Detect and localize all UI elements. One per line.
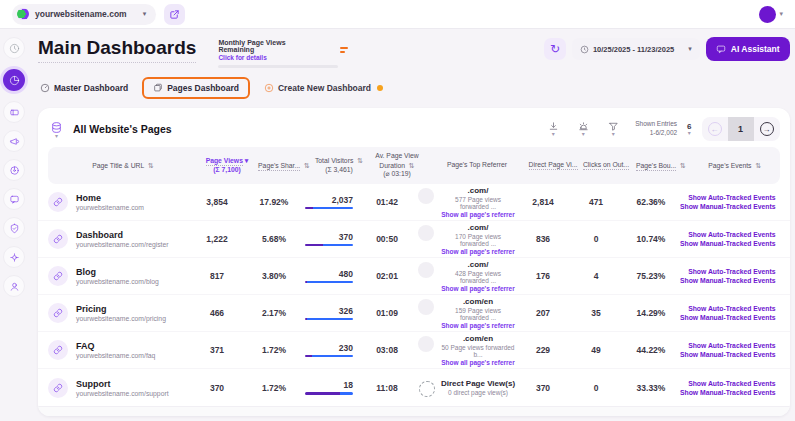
- next-page-button[interactable]: →: [754, 117, 780, 141]
- total-visitors-cell: 2,037: [305, 195, 353, 210]
- direct-views-cell: 229: [516, 345, 570, 355]
- sidebar-item-campaigns[interactable]: [3, 130, 25, 152]
- show-all-referrer-link[interactable]: Show all page's referrer: [440, 322, 516, 329]
- column-total-visitors[interactable]: Total Visitors ⇅(Σ 3,461): [312, 156, 366, 175]
- page-title-cell[interactable]: FAQ: [76, 341, 155, 351]
- visitors-split-bar: [305, 207, 353, 210]
- page-title-cell[interactable]: Home: [76, 193, 144, 203]
- table-row: Home yourwebsitename.com 3,854 17.92% 2,…: [38, 184, 790, 221]
- pages-icon: [153, 83, 163, 93]
- table-row: Dashboard yourwebsitename.com/register 1…: [38, 221, 790, 258]
- sidebar-item-account[interactable]: [3, 275, 25, 297]
- usage-label: Monthly Page Views Remaining: [218, 39, 322, 53]
- usage-details-link[interactable]: Click for details: [218, 54, 322, 61]
- page-title-cell[interactable]: Support: [76, 379, 169, 389]
- refresh-button[interactable]: ↻: [544, 38, 566, 60]
- sidebar-item-privacy[interactable]: [3, 217, 25, 239]
- page-title-cell[interactable]: Pricing: [76, 304, 166, 314]
- show-manual-events-link[interactable]: Show Manual-Tracked Events: [680, 240, 776, 247]
- tab-pages-dashboard[interactable]: Pages Dashboard: [142, 77, 250, 99]
- dashboards-icon: [9, 75, 20, 86]
- show-manual-events-link[interactable]: Show Manual-Tracked Events: [680, 203, 776, 210]
- referrer-favicon: [418, 225, 434, 241]
- chevron-down-icon: ▾: [688, 45, 692, 53]
- outbound-clicks-cell: 49: [570, 345, 622, 355]
- bounce-rate-cell: 62.36%: [622, 197, 680, 207]
- total-visitors-cell: 18: [305, 380, 353, 395]
- column-direct-views[interactable]: Direct Page Vi...: [526, 161, 580, 170]
- link-icon: [48, 378, 68, 398]
- show-all-referrer-link[interactable]: Show all page's referrer: [440, 211, 516, 218]
- top-referrer-cell: .com/ 428 Page views forwarded ... Show …: [418, 260, 516, 292]
- show-all-referrer-link[interactable]: Show all page's referrer: [440, 359, 516, 366]
- column-pages-share[interactable]: Page's Shar... ⇅: [256, 161, 312, 171]
- date-range-picker[interactable]: 10/25/2025 - 11/23/2025 ▾: [572, 38, 700, 60]
- widget-menu[interactable]: ▾: [50, 121, 63, 138]
- tab-create-new-dashboard[interactable]: Create New Dashboard: [264, 83, 383, 93]
- sort-icon: ⇅: [304, 162, 310, 169]
- chat-bubble-icon: [716, 44, 726, 54]
- show-all-referrer-link[interactable]: Show all page's referrer: [440, 248, 516, 255]
- column-page-views[interactable]: Page Views ▾(Σ 7,100): [198, 156, 256, 175]
- link-icon: [48, 192, 68, 212]
- column-avg-duration[interactable]: Av. Page View Duration ⇅(⌀ 03:19): [366, 152, 428, 179]
- share-website-button[interactable]: [164, 4, 185, 25]
- account-menu[interactable]: ▾: [759, 6, 783, 23]
- sidebar-item-tickets[interactable]: [3, 101, 25, 123]
- show-auto-events-link[interactable]: Show Auto-Tracked Events: [688, 342, 775, 349]
- page-title-cell[interactable]: Blog: [76, 267, 159, 277]
- website-selector[interactable]: yourwebsitename.com ▾: [12, 4, 156, 25]
- alerts-button[interactable]: ▾: [571, 121, 595, 137]
- outbound-clicks-cell: 35: [570, 308, 622, 318]
- column-bounce-rate[interactable]: Page's Bou... ⇅: [632, 161, 690, 171]
- page-title-cell[interactable]: Dashboard: [76, 230, 169, 240]
- page-views-cell: 371: [188, 345, 246, 355]
- show-auto-events-link[interactable]: Show Auto-Tracked Events: [688, 194, 775, 201]
- filter-button[interactable]: ▾: [601, 121, 625, 137]
- sidebar-item-settings[interactable]: [3, 246, 25, 268]
- page-events-cell: Show Auto-Tracked Events Show Manual-Tra…: [680, 380, 790, 396]
- page-views-cell: 817: [188, 271, 246, 281]
- previous-page-button[interactable]: ←: [702, 117, 728, 141]
- referrer-favicon: [418, 188, 434, 204]
- shown-entries: Shown Entries 1-6/2,002: [635, 120, 677, 138]
- usage-widget[interactable]: Monthly Page Views Remaining Click for d…: [218, 39, 348, 68]
- show-auto-events-link[interactable]: Show Auto-Tracked Events: [688, 305, 775, 312]
- column-top-referrer[interactable]: Page's Top Referrer: [428, 161, 526, 170]
- page-events-cell: Show Auto-Tracked Events Show Manual-Tra…: [680, 194, 790, 210]
- show-manual-events-link[interactable]: Show Manual-Tracked Events: [680, 277, 776, 284]
- website-favicon: [17, 8, 29, 20]
- sidebar-item-behavior[interactable]: [3, 159, 25, 181]
- usage-indicator-icon: [340, 47, 348, 53]
- show-all-referrer-link[interactable]: Show all page's referrer: [440, 285, 516, 292]
- top-referrer-cell: .com/en 159 Page views forwarded ... Sho…: [418, 297, 516, 329]
- sidebar-item-feedback[interactable]: [3, 188, 25, 210]
- show-manual-events-link[interactable]: Show Manual-Tracked Events: [680, 351, 776, 358]
- top-referrer-cell: .com/en 50 Page views forwarded b... Sho…: [418, 334, 516, 366]
- page-url-cell: yourwebsitename.com/register: [76, 241, 169, 248]
- column-page-events[interactable]: Page's Events ⇅: [690, 161, 780, 171]
- sidebar-item-dashboards[interactable]: [0, 66, 28, 94]
- sidebar: [0, 29, 28, 421]
- top-referrer-cell: .com/ 170 Page views forwarded ... Show …: [418, 223, 516, 255]
- user-icon: [9, 281, 20, 292]
- page-size-select[interactable]: 6 ▾: [687, 122, 691, 136]
- show-manual-events-link[interactable]: Show Manual-Tracked Events: [680, 314, 776, 321]
- outbound-clicks-cell: 4: [570, 271, 622, 281]
- column-page-title[interactable]: Page Title & URL ⇅: [48, 161, 198, 171]
- direct-views-cell: 836: [516, 234, 570, 244]
- show-auto-events-link[interactable]: Show Auto-Tracked Events: [688, 231, 775, 238]
- column-outbound-clicks[interactable]: Clicks on Out...: [580, 161, 632, 170]
- notification-dot: [377, 85, 383, 91]
- sidebar-item-clock[interactable]: [3, 37, 25, 59]
- tab-master-dashboard[interactable]: Master Dashboard: [40, 83, 128, 93]
- show-auto-events-link[interactable]: Show Auto-Tracked Events: [688, 268, 775, 275]
- page-views-cell: 466: [188, 308, 246, 318]
- bounce-rate-cell: 14.29%: [622, 308, 680, 318]
- page-views-cell: 1,222: [188, 234, 246, 244]
- export-button[interactable]: ▾: [541, 121, 565, 137]
- show-auto-events-link[interactable]: Show Auto-Tracked Events: [688, 380, 775, 387]
- ai-assistant-button[interactable]: AI Assistant: [706, 37, 790, 61]
- table-body: Home yourwebsitename.com 3,854 17.92% 2,…: [38, 184, 790, 406]
- show-manual-events-link[interactable]: Show Manual-Tracked Events: [680, 389, 776, 396]
